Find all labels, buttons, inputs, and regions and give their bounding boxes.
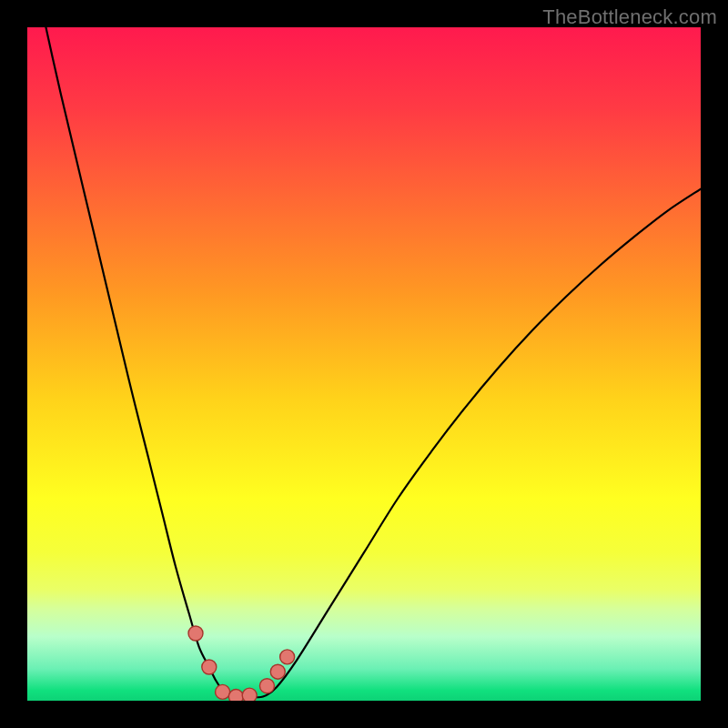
data-marker xyxy=(202,660,217,674)
bottleneck-curve-line xyxy=(34,27,701,697)
data-marker xyxy=(270,664,285,679)
data-marker xyxy=(188,626,203,641)
data-marker xyxy=(259,679,274,693)
data-marker xyxy=(216,684,230,699)
chart-svg xyxy=(27,27,701,701)
plot-area xyxy=(27,27,701,701)
data-marker xyxy=(280,650,295,664)
watermark-label: TheBottleneck.com xyxy=(542,5,717,29)
data-markers xyxy=(188,626,295,701)
outer-frame: TheBottleneck.com xyxy=(0,0,728,728)
data-marker xyxy=(242,688,257,701)
data-marker xyxy=(228,690,243,701)
